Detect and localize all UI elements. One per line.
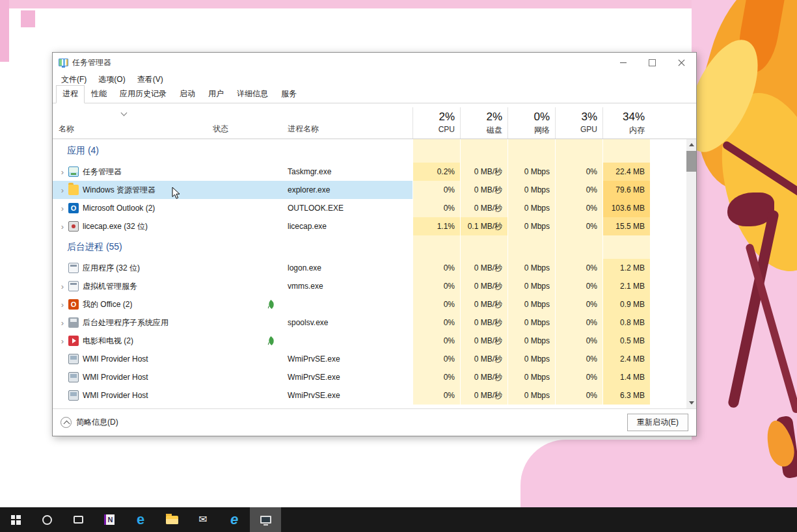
expander-icon[interactable]: › <box>57 204 68 213</box>
process-row[interactable]: ›Microsoft Outlook (2)OUTLOOK.EXE0%0 MB/… <box>53 199 686 217</box>
group-label: 应用 (4) <box>53 145 99 157</box>
task-view-taskbar-button[interactable] <box>62 507 94 532</box>
cortana-taskbar-button[interactable] <box>31 507 62 532</box>
tab[interactable]: 启动 <box>173 85 202 103</box>
onenote-taskbar-button[interactable]: N <box>94 507 125 532</box>
mail-taskbar-button[interactable]: ✉ <box>187 507 219 532</box>
process-name-cell: WMI Provider Host <box>53 386 208 405</box>
status-cell <box>208 259 282 277</box>
task-manager-taskbar-button[interactable] <box>250 507 281 532</box>
network-cell: 0 Mbps <box>507 295 555 313</box>
network-cell: 0 Mbps <box>507 386 555 405</box>
maximize-button[interactable] <box>638 53 667 72</box>
close-button[interactable] <box>667 53 696 72</box>
process-row[interactable]: ›我的 Office (2)0%0 MB/秒0 Mbps0%0.9 MB <box>53 295 686 313</box>
process-name-cell: WMI Provider Host <box>53 350 208 368</box>
process-name-cell: ›任务管理器 <box>53 163 208 181</box>
expander-icon[interactable]: › <box>57 300 68 310</box>
file-explorer-taskbar-button[interactable] <box>156 507 187 532</box>
memory-column-label: 内存 <box>629 125 645 136</box>
vertical-scrollbar[interactable] <box>686 139 696 408</box>
restart-button[interactable]: 重新启动(E) <box>627 414 688 431</box>
process-row[interactable]: 应用程序 (32 位)logon.exe0%0 MB/秒0 Mbps0%1.2 … <box>53 259 686 277</box>
status-column-label: 状态 <box>213 124 228 135</box>
process-row[interactable]: ›任务管理器Taskmgr.exe0.2%0 MB/秒0 Mbps0%22.4 … <box>53 163 686 181</box>
cortana-icon <box>42 515 52 525</box>
internet-explorer-taskbar-button[interactable]: e <box>219 507 250 532</box>
group-header-left: 应用 (4) <box>53 139 412 163</box>
tab[interactable]: 服务 <box>275 85 303 103</box>
start-taskbar-button[interactable] <box>0 507 31 532</box>
disk-cell: 0 MB/秒 <box>460 386 507 405</box>
desktop: 任务管理器 文件(F)选项(O)查看(V) 进程性能应用历史记录启动用户详细信息… <box>0 0 797 507</box>
expander-icon[interactable]: › <box>57 282 68 291</box>
status-cell <box>208 163 282 181</box>
wallpaper-shape <box>0 0 797 8</box>
expander-icon[interactable]: › <box>57 185 68 195</box>
disk-column-header[interactable]: 2%磁盘 <box>460 107 507 139</box>
fewer-details-toggle[interactable]: 简略信息(D) <box>61 417 118 428</box>
process-row[interactable]: ›电影和电视 (2)0%0 MB/秒0 Mbps0%0.5 MB <box>53 332 686 350</box>
process-row[interactable]: ›Windows 资源管理器explorer.exe0%0 MB/秒0 Mbps… <box>53 181 686 199</box>
generic-icon <box>68 281 79 291</box>
status-column-header[interactable]: 状态 <box>208 107 282 139</box>
tab[interactable]: 应用历史记录 <box>113 85 173 103</box>
network-cell: 0 Mbps <box>507 368 555 386</box>
memory-column-header[interactable]: 34%内存 <box>602 107 650 139</box>
group-cpu-cell <box>412 235 460 259</box>
scroll-up-button[interactable] <box>686 139 696 150</box>
process-display-name: WMI Provider Host <box>83 391 148 400</box>
network-column-header[interactable]: 0%网络 <box>507 107 555 139</box>
edge-taskbar-button[interactable]: e <box>125 507 156 532</box>
process-row[interactable]: ›虚拟机管理服务vmms.exe0%0 MB/秒0 Mbps0%2.1 MB <box>53 277 686 295</box>
tab[interactable]: 详细信息 <box>230 85 275 103</box>
process-table-body: 应用 (4)›任务管理器Taskmgr.exe0.2%0 MB/秒0 Mbps0… <box>53 139 686 405</box>
cpu-cell: 0% <box>412 350 460 368</box>
wallpaper-shape <box>0 0 9 62</box>
expander-icon[interactable]: › <box>57 318 68 328</box>
fewer-details-label: 简略信息(D) <box>76 417 118 428</box>
tab[interactable]: 性能 <box>85 85 113 103</box>
status-cell <box>208 368 282 386</box>
expander-icon[interactable]: › <box>57 336 68 346</box>
disk-cell: 0 MB/秒 <box>460 368 507 386</box>
scrollbar-thumb[interactable] <box>686 151 696 172</box>
group-network-cell <box>507 139 555 163</box>
process-row[interactable]: ›后台处理程序子系统应用spoolsv.exe0%0 MB/秒0 Mbps0%0… <box>53 313 686 332</box>
process-name-column-header[interactable]: 进程名称 <box>282 107 412 139</box>
memory-cell: 22.4 MB <box>602 163 650 181</box>
taskbar: Ne✉e <box>0 507 797 532</box>
name-column-header[interactable]: 名称 <box>53 107 208 139</box>
process-row[interactable]: ›licecap.exe (32 位)licecap.exe1.1%0.1 MB… <box>53 217 686 235</box>
gpu-cell: 0% <box>555 163 602 181</box>
process-exe-name: Taskmgr.exe <box>282 163 412 181</box>
minimize-button[interactable] <box>608 53 638 72</box>
gpu-cell: 0% <box>555 277 602 295</box>
tab[interactable]: 进程 <box>56 85 85 103</box>
network-cell: 0 Mbps <box>507 199 555 217</box>
status-cell <box>208 313 282 332</box>
cpu-column-header[interactable]: 2%CPU <box>412 107 460 139</box>
group-network-cell <box>507 235 555 259</box>
process-row[interactable]: WMI Provider HostWmiPrvSE.exe0%0 MB/秒0 M… <box>53 350 686 368</box>
onenote-icon: N <box>104 514 115 525</box>
process-row[interactable]: WMI Provider HostWmiPrvSE.exe0%0 MB/秒0 M… <box>53 368 686 386</box>
process-exe-name: explorer.exe <box>282 181 412 199</box>
cpu-column-label: CPU <box>439 125 455 134</box>
group-header-row[interactable]: 应用 (4) <box>53 139 686 163</box>
cpu-cell: 0% <box>412 277 460 295</box>
expander-icon[interactable]: › <box>57 222 68 232</box>
chevron-up-circle-icon <box>61 417 72 428</box>
cpu-cell: 0% <box>412 295 460 313</box>
process-display-name: 应用程序 (32 位) <box>83 263 140 274</box>
tab[interactable]: 用户 <box>202 85 230 103</box>
title-bar[interactable]: 任务管理器 <box>53 53 696 72</box>
process-display-name: 后台处理程序子系统应用 <box>83 317 169 328</box>
process-exe-name: vmms.exe <box>282 277 412 295</box>
scroll-down-button[interactable] <box>686 397 696 408</box>
status-cell <box>208 350 282 368</box>
gpu-column-header[interactable]: 3%GPU <box>555 107 602 139</box>
process-row[interactable]: WMI Provider HostWmiPrvSE.exe0%0 MB/秒0 M… <box>53 386 686 405</box>
expander-icon[interactable]: › <box>57 167 68 177</box>
group-header-row[interactable]: 后台进程 (55) <box>53 235 686 259</box>
